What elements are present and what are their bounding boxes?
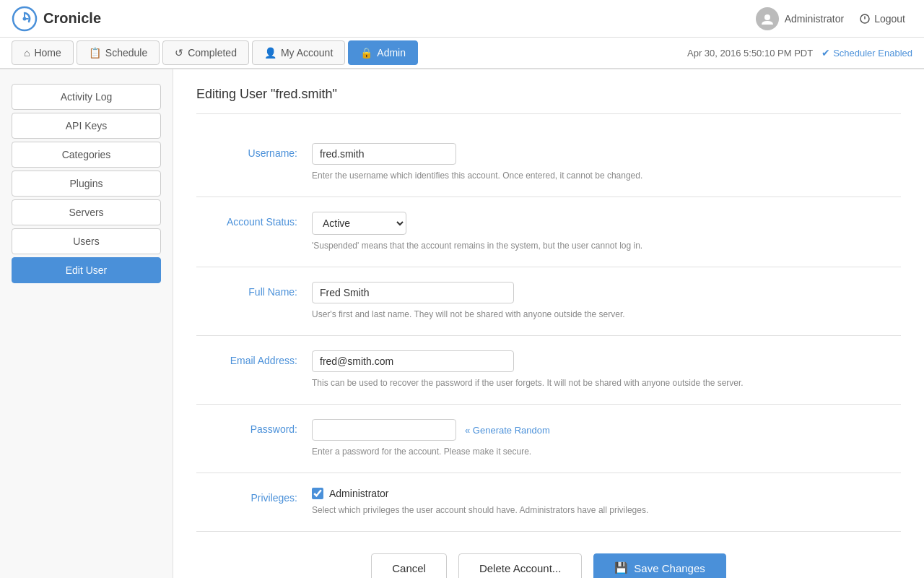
sidebar-item-api-keys[interactable]: API Keys (12, 113, 161, 139)
account-status-content: Active Suspended 'Suspended' means that … (312, 212, 901, 252)
full-name-input[interactable] (312, 282, 514, 303)
main-content: Editing User "fred.smith" Username: Ente… (173, 69, 924, 578)
logout-label: Logout (874, 13, 905, 25)
tab-home[interactable]: ⌂ Home (12, 40, 74, 65)
form-section-full-name: Full Name: User's first and last name. T… (196, 267, 901, 336)
sidebar-item-edit-user[interactable]: Edit User (12, 257, 161, 283)
account-status-select[interactable]: Active Suspended (312, 212, 406, 235)
logout-button[interactable]: Logout (853, 9, 912, 29)
form-section-username: Username: Enter the username which ident… (196, 129, 901, 197)
check-icon: ✔ (821, 47, 830, 59)
generate-random-link[interactable]: « Generate Random (465, 425, 550, 436)
username-content: Enter the username which identifies this… (312, 143, 901, 182)
tab-completed[interactable]: ↺ Completed (162, 40, 249, 65)
password-label: Password: (196, 419, 312, 458)
admin-user: Administrator (756, 7, 844, 30)
nav-tabs: ⌂ Home 📋 Schedule ↺ Completed 👤 My Accou… (12, 40, 418, 65)
email-label: Email Address: (196, 350, 312, 389)
password-help: Enter a password for the account. Please… (312, 445, 774, 458)
account-status-help: 'Suspended' means that the account remai… (312, 239, 774, 252)
full-name-help: User's first and last name. They will no… (312, 308, 774, 321)
delete-account-button[interactable]: Delete Account... (458, 553, 582, 578)
privileges-help: Select which privileges the user account… (312, 504, 774, 517)
form-section-privileges: Privileges: Administrator Select which p… (196, 473, 901, 532)
cancel-button[interactable]: Cancel (371, 553, 447, 578)
full-name-content: User's first and last name. They will no… (312, 282, 901, 321)
history-icon: ↺ (175, 47, 183, 59)
home-icon: ⌂ (24, 47, 30, 59)
datetime: Apr 30, 2016 5:50:10 PM PDT (687, 48, 813, 59)
page-title: Editing User "fred.smith" (196, 87, 901, 114)
username-label: Username: (196, 143, 312, 182)
logo: Cronicle (12, 6, 101, 32)
privilege-row: Administrator (312, 488, 901, 499)
password-input[interactable] (312, 419, 456, 441)
form-section-password: Password: « Generate Random Enter a pass… (196, 405, 901, 473)
scheduler-status: ✔ Scheduler Enabled (821, 47, 912, 59)
user-icon: 👤 (264, 47, 276, 59)
sidebar: Activity Log API Keys Categories Plugins… (0, 69, 173, 578)
tab-admin[interactable]: 🔒 Admin (348, 40, 418, 65)
form-section-email: Email Address: This can be used to recov… (196, 336, 901, 405)
admin-checkbox[interactable] (312, 488, 323, 499)
tab-my-account[interactable]: 👤 My Account (252, 40, 345, 65)
lock-icon: 🔒 (360, 47, 372, 59)
sidebar-item-servers[interactable]: Servers (12, 199, 161, 225)
logout-icon (860, 14, 870, 24)
email-input[interactable] (312, 350, 514, 372)
privileges-label: Privileges: (196, 488, 312, 517)
password-row: « Generate Random (312, 419, 901, 441)
username-help: Enter the username which identifies this… (312, 169, 774, 182)
sidebar-item-users[interactable]: Users (12, 228, 161, 254)
admin-label: Administrator (785, 13, 844, 25)
nav-right: Apr 30, 2016 5:50:10 PM PDT ✔ Scheduler … (687, 47, 912, 59)
email-content: This can be used to recover the password… (312, 350, 901, 389)
avatar (756, 7, 779, 30)
save-icon: 💾 (614, 561, 628, 574)
svg-point-4 (764, 14, 770, 20)
layout: Activity Log API Keys Categories Plugins… (0, 69, 924, 578)
header-right: Administrator Logout (756, 7, 912, 30)
email-help: This can be used to recover the password… (312, 376, 774, 389)
sidebar-item-plugins[interactable]: Plugins (12, 171, 161, 197)
sidebar-item-categories[interactable]: Categories (12, 142, 161, 168)
schedule-icon: 📋 (89, 47, 101, 59)
full-name-label: Full Name: (196, 282, 312, 321)
account-status-label: Account Status: (196, 212, 312, 252)
logo-icon (12, 6, 38, 32)
save-changes-button[interactable]: 💾 Save Changes (593, 553, 725, 578)
privileges-content: Administrator Select which privileges th… (312, 488, 901, 517)
username-input[interactable] (312, 143, 456, 165)
password-content: « Generate Random Enter a password for t… (312, 419, 901, 458)
form-actions: Cancel Delete Account... 💾 Save Changes (196, 532, 901, 578)
form-section-account-status: Account Status: Active Suspended 'Suspen… (196, 197, 901, 267)
nav: ⌂ Home 📋 Schedule ↺ Completed 👤 My Accou… (0, 38, 924, 69)
tab-schedule[interactable]: 📋 Schedule (77, 40, 160, 65)
app-name: Cronicle (43, 10, 101, 27)
sidebar-item-activity-log[interactable]: Activity Log (12, 84, 161, 110)
header: Cronicle Administrator Logout (0, 0, 924, 38)
admin-privilege-label: Administrator (329, 488, 388, 499)
